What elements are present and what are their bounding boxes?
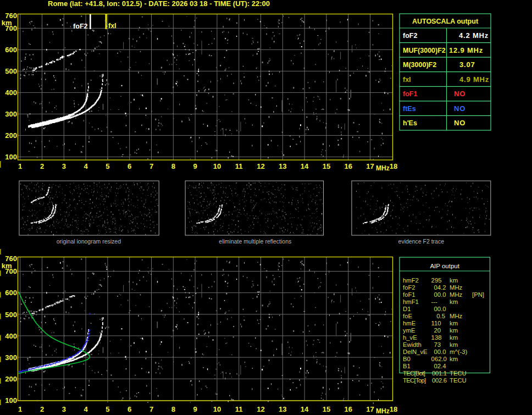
- svg-text:138: 138: [431, 334, 442, 341]
- svg-text:100: 100: [5, 396, 17, 405]
- svg-text:MHz: MHz: [450, 313, 463, 319]
- svg-text:0.5: 0.5: [436, 313, 445, 319]
- svg-text:foF1: foF1: [403, 90, 417, 98]
- svg-text:DelN_vE: DelN_vE: [403, 348, 428, 355]
- svg-text:ymE: ymE: [403, 327, 415, 334]
- svg-text:1: 1: [18, 405, 22, 413]
- svg-text:00.0: 00.0: [434, 348, 446, 355]
- svg-text:9: 9: [193, 162, 197, 170]
- svg-text:500: 500: [5, 67, 17, 75]
- svg-text:km: km: [450, 298, 458, 305]
- svg-text:D1: D1: [403, 306, 411, 312]
- svg-text:TECU: TECU: [450, 370, 467, 377]
- svg-text:TECU: TECU: [450, 377, 467, 384]
- svg-text:3.07: 3.07: [459, 60, 475, 69]
- svg-text:00.0: 00.0: [434, 306, 446, 312]
- svg-text:8: 8: [171, 162, 175, 170]
- svg-text:km: km: [2, 262, 12, 270]
- svg-text:4.9 MHz: 4.9 MHz: [459, 75, 489, 84]
- svg-text:B0: B0: [403, 356, 411, 362]
- svg-text:3: 3: [62, 162, 66, 170]
- svg-text:evidence F2 trace: evidence F2 trace: [398, 238, 445, 245]
- svg-text:km: km: [450, 356, 458, 362]
- svg-text:MHz: MHz: [376, 164, 390, 172]
- svg-text:18: 18: [390, 162, 397, 170]
- svg-text:100: 100: [5, 153, 17, 161]
- svg-text:9: 9: [193, 405, 197, 413]
- svg-text:TEC[Bot]: TEC[Bot]: [403, 370, 425, 377]
- svg-text:295: 295: [431, 277, 442, 284]
- svg-text:4: 4: [84, 162, 88, 170]
- svg-text:5: 5: [106, 162, 109, 170]
- svg-text:ftEs: ftEs: [403, 105, 416, 113]
- svg-text:062.0: 062.0: [431, 356, 447, 362]
- svg-text:500: 500: [5, 311, 17, 319]
- svg-text:400: 400: [5, 88, 17, 97]
- svg-text:2: 2: [40, 162, 44, 170]
- svg-text:km: km: [450, 277, 458, 284]
- svg-text:300: 300: [5, 353, 17, 362]
- svg-text:1: 1: [18, 162, 22, 170]
- svg-text:11: 11: [235, 405, 243, 413]
- svg-text:m^(-3): m^(-3): [450, 348, 468, 355]
- svg-text:8: 8: [171, 405, 175, 413]
- svg-text:002.6: 002.6: [432, 377, 447, 384]
- svg-text:MHz: MHz: [450, 291, 463, 298]
- svg-text:2: 2: [40, 405, 44, 413]
- svg-text:MHz: MHz: [450, 284, 463, 291]
- svg-text:5: 5: [106, 405, 109, 413]
- svg-text:16: 16: [344, 162, 352, 170]
- svg-text:NO: NO: [454, 90, 465, 98]
- svg-text:10: 10: [213, 162, 221, 170]
- svg-text:04.2: 04.2: [434, 284, 446, 291]
- svg-text:hmF2: hmF2: [403, 277, 419, 284]
- svg-text:foF1: foF1: [403, 291, 415, 298]
- svg-text:foF2: foF2: [403, 32, 417, 40]
- svg-text:73: 73: [434, 341, 441, 348]
- svg-text:AUTOSCALA output: AUTOSCALA output: [412, 18, 479, 25]
- svg-text:13: 13: [279, 162, 286, 170]
- svg-text:4: 4: [84, 405, 88, 413]
- svg-text:fxI: fxI: [403, 76, 411, 84]
- svg-text:km: km: [450, 334, 458, 341]
- svg-text:13: 13: [279, 405, 286, 413]
- svg-text:[PN]: [PN]: [472, 291, 484, 298]
- svg-text:Ewidth: Ewidth: [403, 341, 422, 348]
- svg-text:foE: foE: [403, 313, 412, 319]
- svg-text:10: 10: [213, 405, 221, 413]
- svg-text:AIP output: AIP output: [430, 263, 459, 269]
- svg-text:NO: NO: [454, 104, 465, 113]
- svg-text:B1: B1: [403, 363, 411, 369]
- svg-text:km: km: [450, 320, 458, 327]
- svg-text:20: 20: [434, 327, 441, 334]
- svg-text:200: 200: [5, 375, 17, 383]
- svg-text:15: 15: [323, 162, 330, 170]
- svg-text:600: 600: [5, 289, 17, 297]
- svg-text:km: km: [450, 341, 458, 348]
- svg-text:3: 3: [62, 405, 66, 413]
- svg-text:12: 12: [257, 162, 264, 170]
- svg-text:14: 14: [301, 405, 309, 413]
- svg-text:17: 17: [366, 162, 374, 170]
- svg-text:6: 6: [128, 162, 131, 170]
- svg-text:6: 6: [128, 405, 131, 413]
- svg-text:h'Es: h'Es: [403, 119, 417, 127]
- svg-text:km: km: [2, 19, 12, 27]
- svg-text:4.2 MHz: 4.2 MHz: [459, 31, 489, 40]
- svg-text:Rome (lat: +41.8, lon: 012.5): Rome (lat: +41.8, lon: 012.5) - DATE: 20…: [48, 0, 270, 8]
- svg-text:12.9 MHz: 12.9 MHz: [449, 46, 483, 54]
- svg-text:02.4: 02.4: [434, 363, 446, 369]
- svg-text:hmE: hmE: [403, 320, 416, 327]
- svg-text:14: 14: [301, 162, 309, 170]
- svg-text:12: 12: [257, 405, 264, 413]
- svg-text:15: 15: [323, 405, 330, 413]
- svg-text:MHz: MHz: [376, 407, 390, 415]
- svg-text:600: 600: [5, 46, 17, 54]
- svg-text:MUF(3000)F2: MUF(3000)F2: [403, 47, 446, 54]
- svg-text:foF2: foF2: [403, 284, 415, 291]
- svg-text:TEC[Top]: TEC[Top]: [403, 377, 426, 384]
- svg-text:7: 7: [149, 162, 153, 170]
- svg-text:NO: NO: [454, 119, 465, 127]
- svg-text:---: ---: [431, 298, 438, 305]
- svg-text:200: 200: [5, 131, 17, 140]
